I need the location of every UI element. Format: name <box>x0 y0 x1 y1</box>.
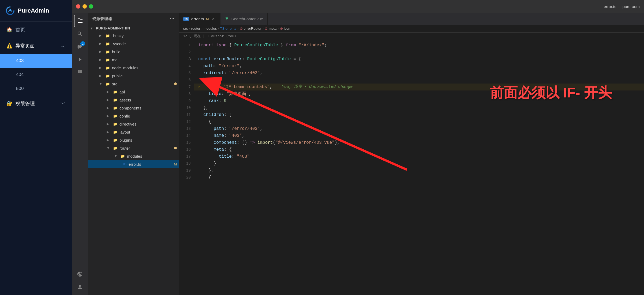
chevron-down-icon: ﹀ <box>61 100 65 107</box>
tree-item-directives[interactable]: ▶ 📁 directives <box>88 120 179 128</box>
sidebar-item-home[interactable]: 🏠 首页 <box>0 22 72 38</box>
files-activity-icon[interactable] <box>74 15 86 27</box>
chevron-up-icon: ︿ <box>61 43 65 49</box>
minimize-button[interactable] <box>83 4 87 9</box>
close-tab-icon[interactable]: ✕ <box>211 17 216 21</box>
app-sidebar: PureAdmin 🏠 首页 ⚠️ 异常页面 ︿ 403 404 500 🔐 权… <box>0 0 72 295</box>
tab-error-ts-label: error.ts <box>191 17 204 21</box>
vue-file-badge: ▼ <box>225 16 229 21</box>
folder-icon: 📁 <box>105 33 110 38</box>
sidebar-item-permissions[interactable]: 🔐 权限管理 ﹀ <box>0 96 72 112</box>
code-line-6: meta: { <box>194 77 644 84</box>
tree-item-router[interactable]: ▼ 📁 router <box>88 144 179 152</box>
code-line-17: title: "403" <box>194 153 644 160</box>
tree-item-plugins[interactable]: ▶ 📁 plugins <box>88 136 179 144</box>
tab-error-ts[interactable]: TS error.ts M ✕ <box>179 13 220 25</box>
tree-item-build[interactable]: ▶ 📁 build <box>88 48 179 56</box>
tree-item-assets[interactable]: ▶ 📁 assets <box>88 96 179 104</box>
modified-indicator <box>174 82 177 85</box>
sidebar-subitem-403[interactable]: 403 <box>0 54 72 68</box>
ts-file-icon: TS <box>122 161 127 167</box>
tree-item-me[interactable]: ▶ 📁 me... <box>88 56 179 64</box>
file-explorer: 资源管理器 ··· ▼ PURE-ADMIN-THIN ▶ 📁 .husky <box>88 13 179 295</box>
editor-content[interactable]: You, 现在 | 1 author (You) 1 2 3 4 5 6 7 8 <box>179 33 644 295</box>
sidebar-subitem-500[interactable]: 500 <box>0 82 72 96</box>
modified-badge: M <box>174 162 177 166</box>
sidebar-subitem-404[interactable]: 404 <box>0 68 72 82</box>
permissions-icon: 🔐 <box>6 101 12 107</box>
explorer-title: 资源管理器 <box>92 17 113 21</box>
tree-item-public[interactable]: ▶ 📁 public <box>88 72 179 80</box>
line-num-8: 8 <box>179 90 194 97</box>
breadcrumb-icon: icon <box>284 27 290 31</box>
accounts-activity-icon[interactable] <box>74 281 86 293</box>
code-line-12: { <box>194 118 644 125</box>
remote-activity-icon[interactable] <box>74 268 86 280</box>
tree-root[interactable]: ▼ PURE-ADMIN-THIN <box>88 25 179 32</box>
folder-icon: 📁 <box>113 113 118 119</box>
sidebar-item-home-label: 首页 <box>16 27 25 33</box>
app-logo-icon <box>5 6 15 16</box>
tree-item-components[interactable]: ▶ 📁 components <box>88 104 179 112</box>
line-num-11: 11 <box>179 111 194 118</box>
app-logo: PureAdmin <box>0 0 72 22</box>
line-num-14: 14 <box>179 132 194 139</box>
tree-label-node-modules: node_modules <box>112 66 138 70</box>
code-line-10: }, <box>194 104 644 111</box>
extensions-activity-icon[interactable] <box>74 66 86 78</box>
home-icon: 🏠 <box>6 27 12 33</box>
tree-item-husky[interactable]: ▶ 📁 .husky <box>88 32 179 40</box>
tree-item-vscode[interactable]: ▶ 📁 .vscode <box>88 40 179 48</box>
code-line-9: rank: 9 <box>194 97 644 104</box>
code-line-14: name: "403", <box>194 132 644 139</box>
tree-item-api[interactable]: ▶ 📁 api <box>88 88 179 96</box>
tree-label-error-ts: error.ts <box>129 162 141 167</box>
tree-label-components: components <box>119 106 141 110</box>
explorer-content[interactable]: ▼ PURE-ADMIN-THIN ▶ 📁 .husky ▶ 📁 .vscode <box>88 25 179 295</box>
chevron-down-icon: ▼ <box>107 146 111 150</box>
tree-label-config: config <box>119 114 130 118</box>
line-num-19: 19 <box>179 167 194 174</box>
window-title: error.ts — pure-adm <box>604 4 640 9</box>
tab-searchfooter-vue[interactable]: ▼ SearchFooter.vue <box>220 13 268 25</box>
explorer-more-icon[interactable]: ··· <box>170 16 175 22</box>
folder-icon: 📁 <box>105 49 110 54</box>
breadcrumb-errorrouter: errorRouter <box>244 27 261 31</box>
code-line-8: title: "异常页面", <box>194 90 644 97</box>
chevron-down-icon: ▼ <box>99 82 103 86</box>
search-activity-icon[interactable] <box>74 28 86 40</box>
sidebar-item-error-pages-label: 异常页面 <box>16 43 35 49</box>
source-control-activity-icon[interactable]: 2 <box>74 41 86 52</box>
chevron-right-icon: ▶ <box>107 106 111 110</box>
close-button[interactable] <box>76 4 80 9</box>
tree-item-src[interactable]: ▼ 📁 src <box>88 80 179 88</box>
run-activity-icon[interactable] <box>74 54 86 65</box>
breadcrumb-modules: modules <box>204 27 217 31</box>
maximize-button[interactable] <box>89 4 93 9</box>
tree-item-config[interactable]: ▶ 📁 config <box>88 112 179 120</box>
code-line-11: children: [ <box>194 111 644 118</box>
folder-icon: 📁 <box>113 89 118 94</box>
chevron-right-icon: ▶ <box>99 34 103 37</box>
sidebar-item-error-pages[interactable]: ⚠️ 异常页面 ︿ <box>0 38 72 54</box>
line-num-1: 1 <box>179 42 194 49</box>
tree-item-layout[interactable]: ▶ 📁 layout <box>88 128 179 136</box>
line-num-16: 16 <box>179 146 194 153</box>
tree-item-error-ts[interactable]: TS error.ts M <box>88 160 179 168</box>
folder-icon: 📁 <box>113 145 118 151</box>
line-num-7: 7 <box>179 84 194 90</box>
folder-icon: 📁 <box>113 97 118 103</box>
chevron-right-icon: ▶ <box>99 74 103 78</box>
breadcrumb: src › router › modules › TS error.ts › ⊙… <box>179 25 644 33</box>
code-editor[interactable]: import type { RouteConfigsTable } from "… <box>194 40 644 295</box>
folder-icon: 📁 <box>113 105 118 111</box>
tree-label-modules: modules <box>127 154 142 158</box>
folder-icon: 📁 <box>105 81 110 86</box>
tree-item-node-modules[interactable]: ▶ 📁 node_modules <box>88 64 179 72</box>
vscode-titlebar: error.ts — pure-adm <box>72 0 644 13</box>
tree-label-assets: assets <box>119 98 131 102</box>
code-line-2 <box>194 49 644 56</box>
breadcrumb-src: src <box>183 27 188 31</box>
tree-item-modules[interactable]: ▼ 📁 modules <box>88 152 179 160</box>
tab-searchfooter-label: SearchFooter.vue <box>231 17 263 21</box>
